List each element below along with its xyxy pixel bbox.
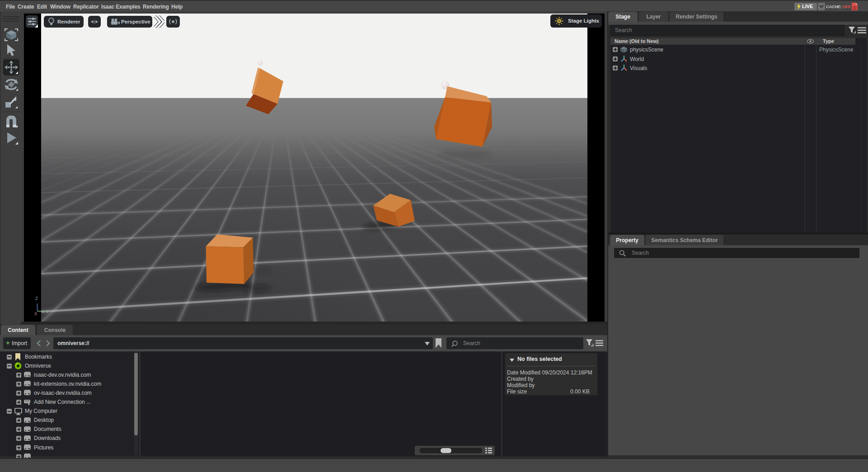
svg-text:Z: Z <box>35 296 38 301</box>
svg-text:Y: Y <box>46 309 49 314</box>
svg-text:X: X <box>34 312 37 315</box>
